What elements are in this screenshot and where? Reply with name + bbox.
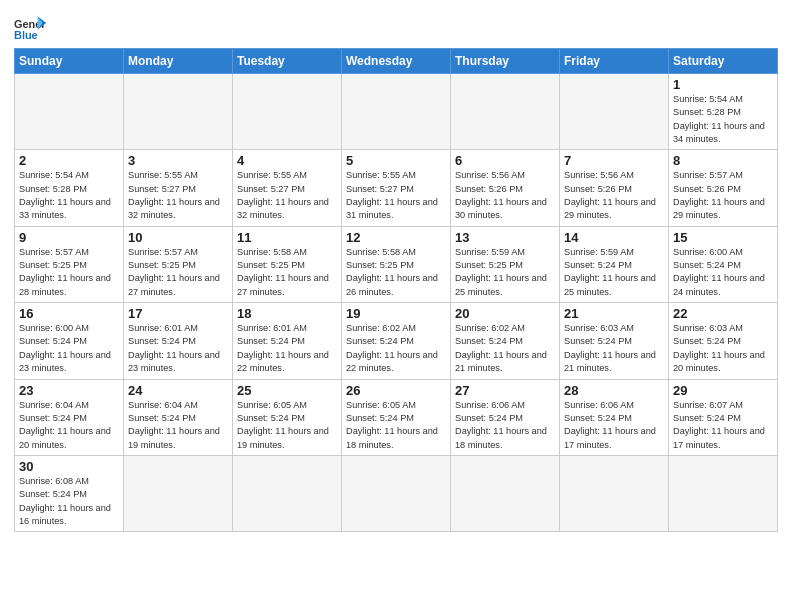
calendar-cell: 1Sunrise: 5:54 AM Sunset: 5:28 PM Daylig…: [669, 74, 778, 150]
weekday-header-wednesday: Wednesday: [342, 49, 451, 74]
calendar-cell: 2Sunrise: 5:54 AM Sunset: 5:28 PM Daylig…: [15, 150, 124, 226]
day-number: 19: [346, 306, 446, 321]
calendar-cell: 18Sunrise: 6:01 AM Sunset: 5:24 PM Dayli…: [233, 303, 342, 379]
day-number: 18: [237, 306, 337, 321]
day-info: Sunrise: 5:56 AM Sunset: 5:26 PM Dayligh…: [455, 169, 555, 222]
day-number: 7: [564, 153, 664, 168]
day-number: 27: [455, 383, 555, 398]
weekday-header-tuesday: Tuesday: [233, 49, 342, 74]
day-info: Sunrise: 5:57 AM Sunset: 5:25 PM Dayligh…: [19, 246, 119, 299]
calendar-cell: 5Sunrise: 5:55 AM Sunset: 5:27 PM Daylig…: [342, 150, 451, 226]
calendar-cell: [15, 74, 124, 150]
day-number: 16: [19, 306, 119, 321]
calendar-cell: [233, 455, 342, 531]
day-info: Sunrise: 5:55 AM Sunset: 5:27 PM Dayligh…: [237, 169, 337, 222]
calendar-row-2: 2Sunrise: 5:54 AM Sunset: 5:28 PM Daylig…: [15, 150, 778, 226]
logo: General Blue: [14, 14, 46, 42]
logo-icon: General Blue: [14, 14, 46, 42]
day-info: Sunrise: 6:00 AM Sunset: 5:24 PM Dayligh…: [673, 246, 773, 299]
calendar-page: General Blue SundayMondayTuesdayWednesda…: [0, 0, 792, 612]
weekday-header-monday: Monday: [124, 49, 233, 74]
day-info: Sunrise: 6:06 AM Sunset: 5:24 PM Dayligh…: [564, 399, 664, 452]
day-info: Sunrise: 6:03 AM Sunset: 5:24 PM Dayligh…: [564, 322, 664, 375]
calendar-cell: 21Sunrise: 6:03 AM Sunset: 5:24 PM Dayli…: [560, 303, 669, 379]
calendar-cell: 25Sunrise: 6:05 AM Sunset: 5:24 PM Dayli…: [233, 379, 342, 455]
day-number: 29: [673, 383, 773, 398]
header: General Blue: [14, 10, 778, 42]
day-info: Sunrise: 5:54 AM Sunset: 5:28 PM Dayligh…: [673, 93, 773, 146]
calendar-cell: 9Sunrise: 5:57 AM Sunset: 5:25 PM Daylig…: [15, 226, 124, 302]
day-info: Sunrise: 5:57 AM Sunset: 5:25 PM Dayligh…: [128, 246, 228, 299]
day-info: Sunrise: 6:07 AM Sunset: 5:24 PM Dayligh…: [673, 399, 773, 452]
day-info: Sunrise: 5:57 AM Sunset: 5:26 PM Dayligh…: [673, 169, 773, 222]
svg-text:Blue: Blue: [14, 29, 38, 41]
calendar-cell: 7Sunrise: 5:56 AM Sunset: 5:26 PM Daylig…: [560, 150, 669, 226]
calendar-cell: [560, 455, 669, 531]
calendar-cell: 15Sunrise: 6:00 AM Sunset: 5:24 PM Dayli…: [669, 226, 778, 302]
calendar-cell: 13Sunrise: 5:59 AM Sunset: 5:25 PM Dayli…: [451, 226, 560, 302]
day-number: 2: [19, 153, 119, 168]
calendar-table: SundayMondayTuesdayWednesdayThursdayFrid…: [14, 48, 778, 532]
calendar-cell: 16Sunrise: 6:00 AM Sunset: 5:24 PM Dayli…: [15, 303, 124, 379]
calendar-cell: [124, 74, 233, 150]
calendar-row-3: 9Sunrise: 5:57 AM Sunset: 5:25 PM Daylig…: [15, 226, 778, 302]
day-number: 10: [128, 230, 228, 245]
calendar-cell: 4Sunrise: 5:55 AM Sunset: 5:27 PM Daylig…: [233, 150, 342, 226]
day-number: 21: [564, 306, 664, 321]
day-info: Sunrise: 5:55 AM Sunset: 5:27 PM Dayligh…: [346, 169, 446, 222]
day-info: Sunrise: 6:04 AM Sunset: 5:24 PM Dayligh…: [128, 399, 228, 452]
day-number: 11: [237, 230, 337, 245]
calendar-cell: 11Sunrise: 5:58 AM Sunset: 5:25 PM Dayli…: [233, 226, 342, 302]
calendar-cell: [560, 74, 669, 150]
day-info: Sunrise: 6:05 AM Sunset: 5:24 PM Dayligh…: [237, 399, 337, 452]
day-info: Sunrise: 5:54 AM Sunset: 5:28 PM Dayligh…: [19, 169, 119, 222]
calendar-cell: 26Sunrise: 6:05 AM Sunset: 5:24 PM Dayli…: [342, 379, 451, 455]
calendar-cell: 19Sunrise: 6:02 AM Sunset: 5:24 PM Dayli…: [342, 303, 451, 379]
weekday-header-thursday: Thursday: [451, 49, 560, 74]
calendar-cell: 20Sunrise: 6:02 AM Sunset: 5:24 PM Dayli…: [451, 303, 560, 379]
day-number: 14: [564, 230, 664, 245]
calendar-cell: 22Sunrise: 6:03 AM Sunset: 5:24 PM Dayli…: [669, 303, 778, 379]
day-info: Sunrise: 6:01 AM Sunset: 5:24 PM Dayligh…: [128, 322, 228, 375]
calendar-cell: [233, 74, 342, 150]
day-info: Sunrise: 6:00 AM Sunset: 5:24 PM Dayligh…: [19, 322, 119, 375]
calendar-cell: 29Sunrise: 6:07 AM Sunset: 5:24 PM Dayli…: [669, 379, 778, 455]
day-number: 6: [455, 153, 555, 168]
day-info: Sunrise: 6:06 AM Sunset: 5:24 PM Dayligh…: [455, 399, 555, 452]
calendar-cell: 14Sunrise: 5:59 AM Sunset: 5:24 PM Dayli…: [560, 226, 669, 302]
day-number: 17: [128, 306, 228, 321]
day-info: Sunrise: 6:02 AM Sunset: 5:24 PM Dayligh…: [455, 322, 555, 375]
calendar-cell: [451, 74, 560, 150]
day-info: Sunrise: 5:59 AM Sunset: 5:25 PM Dayligh…: [455, 246, 555, 299]
day-number: 1: [673, 77, 773, 92]
calendar-cell: [124, 455, 233, 531]
calendar-row-1: 1Sunrise: 5:54 AM Sunset: 5:28 PM Daylig…: [15, 74, 778, 150]
weekday-header-saturday: Saturday: [669, 49, 778, 74]
calendar-cell: 10Sunrise: 5:57 AM Sunset: 5:25 PM Dayli…: [124, 226, 233, 302]
calendar-cell: [342, 455, 451, 531]
day-info: Sunrise: 6:05 AM Sunset: 5:24 PM Dayligh…: [346, 399, 446, 452]
day-number: 28: [564, 383, 664, 398]
calendar-cell: 23Sunrise: 6:04 AM Sunset: 5:24 PM Dayli…: [15, 379, 124, 455]
calendar-cell: 3Sunrise: 5:55 AM Sunset: 5:27 PM Daylig…: [124, 150, 233, 226]
calendar-cell: 30Sunrise: 6:08 AM Sunset: 5:24 PM Dayli…: [15, 455, 124, 531]
calendar-cell: [669, 455, 778, 531]
day-info: Sunrise: 6:01 AM Sunset: 5:24 PM Dayligh…: [237, 322, 337, 375]
calendar-cell: 6Sunrise: 5:56 AM Sunset: 5:26 PM Daylig…: [451, 150, 560, 226]
day-number: 15: [673, 230, 773, 245]
day-number: 25: [237, 383, 337, 398]
day-number: 9: [19, 230, 119, 245]
day-info: Sunrise: 6:03 AM Sunset: 5:24 PM Dayligh…: [673, 322, 773, 375]
weekday-header-sunday: Sunday: [15, 49, 124, 74]
day-number: 30: [19, 459, 119, 474]
day-info: Sunrise: 6:02 AM Sunset: 5:24 PM Dayligh…: [346, 322, 446, 375]
day-info: Sunrise: 6:04 AM Sunset: 5:24 PM Dayligh…: [19, 399, 119, 452]
day-info: Sunrise: 5:55 AM Sunset: 5:27 PM Dayligh…: [128, 169, 228, 222]
day-info: Sunrise: 5:58 AM Sunset: 5:25 PM Dayligh…: [237, 246, 337, 299]
day-number: 23: [19, 383, 119, 398]
day-info: Sunrise: 5:59 AM Sunset: 5:24 PM Dayligh…: [564, 246, 664, 299]
day-number: 4: [237, 153, 337, 168]
day-number: 20: [455, 306, 555, 321]
day-info: Sunrise: 5:58 AM Sunset: 5:25 PM Dayligh…: [346, 246, 446, 299]
calendar-row-4: 16Sunrise: 6:00 AM Sunset: 5:24 PM Dayli…: [15, 303, 778, 379]
